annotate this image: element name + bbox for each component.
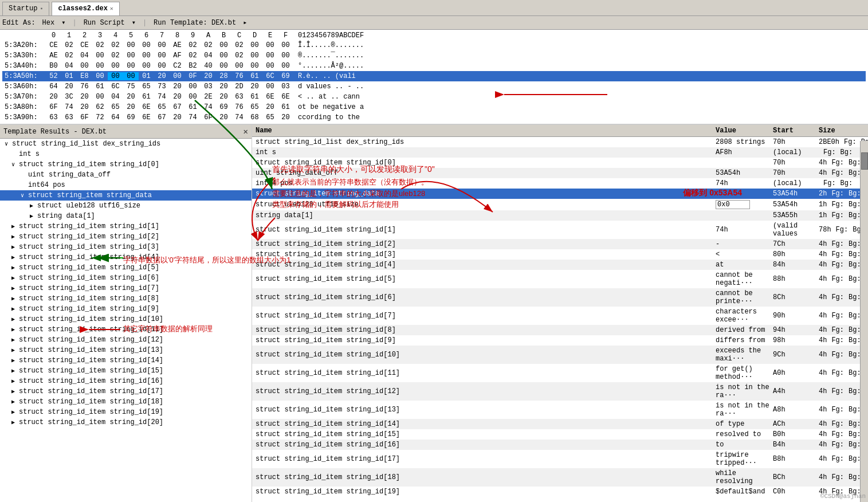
hex-byte-6-8[interactable]: 67 <box>170 103 185 111</box>
menu-run-script[interactable]: Run Script <box>84 19 125 27</box>
hex-byte-4-7[interactable]: 73 <box>154 83 170 91</box>
hex-byte-7-8[interactable]: 20 <box>170 113 185 121</box>
hex-byte-5-7[interactable]: 74 <box>154 93 170 101</box>
hex-byte-1-15[interactable]: 00 <box>278 52 293 60</box>
hex-row-4[interactable]: 5:3A60h:642076616C756573200003202D200003… <box>2 81 866 92</box>
hex-byte-5-14[interactable]: 6E <box>262 93 278 101</box>
hex-byte-2-7[interactable]: 00 <box>154 62 170 70</box>
hex-byte-0-0[interactable]: CE <box>46 41 61 49</box>
hex-byte-6-2[interactable]: 20 <box>77 103 92 111</box>
hex-byte-5-13[interactable]: 61 <box>247 93 262 101</box>
tree-item-8[interactable]: ▶struct string_id_item string_id[1] <box>0 221 252 232</box>
template-row-16[interactable]: struct string_id_item string_id[9]differ… <box>252 335 868 346</box>
hex-byte-1-8[interactable]: AF <box>170 52 185 60</box>
tree-item-12[interactable]: ▶struct string_id_item string_id[5] <box>0 262 252 273</box>
hex-byte-3-11[interactable]: 28 <box>216 72 231 80</box>
hex-byte-3-15[interactable]: 69 <box>278 72 293 80</box>
template-row-14[interactable]: struct string_id_item string_id[7]charac… <box>252 307 868 325</box>
hex-byte-0-10[interactable]: 02 <box>201 41 216 49</box>
hex-byte-0-1[interactable]: 02 <box>61 41 77 49</box>
tab-classes2dex[interactable]: classes2.dex ✕ <box>52 2 119 15</box>
hex-byte-7-2[interactable]: 6F <box>77 113 92 121</box>
hex-byte-2-11[interactable]: 00 <box>216 62 231 70</box>
template-row-1[interactable]: int sAF8h(local)Fg:Bg: <box>252 147 868 158</box>
hex-byte-1-7[interactable]: 00 <box>154 52 170 60</box>
hex-byte-3-8[interactable]: 00 <box>170 72 185 80</box>
tree-item-13[interactable]: ▶struct string_id_item string_id[6] <box>0 273 252 283</box>
hex-byte-5-10[interactable]: 2E <box>201 93 216 101</box>
template-row-20[interactable]: struct string_id_item string_id[13]is no… <box>252 401 868 419</box>
hex-byte-3-1[interactable]: 01 <box>61 72 77 80</box>
hex-byte-4-1[interactable]: 20 <box>61 83 77 91</box>
hex-byte-4-5[interactable]: 75 <box>123 83 139 91</box>
hex-byte-6-6[interactable]: 6E <box>139 103 154 111</box>
template-row-12[interactable]: struct string_id_item string_id[5]cannot… <box>252 270 868 288</box>
hex-byte-0-3[interactable]: 02 <box>92 41 108 49</box>
template-row-26[interactable]: struct string_id_item string_id[19]$defa… <box>252 487 868 497</box>
template-row-2[interactable]: struct string_id_item string_id[0]70h4hF… <box>252 158 868 168</box>
template-row-9[interactable]: struct string_id_item string_id[2]-7Ch4h… <box>252 239 868 249</box>
template-row-18[interactable]: struct string_id_item string_id[11]for g… <box>252 364 868 382</box>
template-row-4[interactable]: int64 pos74h(local)Fg:Bg: <box>252 178 868 189</box>
hex-byte-3-9[interactable]: 0F <box>185 72 201 80</box>
tree-item-18[interactable]: ▶struct string_id_item string_id[11] <box>0 324 252 335</box>
hex-byte-2-8[interactable]: C2 <box>170 62 185 70</box>
tree-item-2[interactable]: ∨struct string_id_item string_id[0] <box>0 159 252 170</box>
hex-byte-2-12[interactable]: 00 <box>231 62 247 70</box>
hex-byte-7-5[interactable]: 69 <box>123 113 139 121</box>
hex-byte-4-4[interactable]: 6C <box>108 83 123 91</box>
hex-byte-4-0[interactable]: 64 <box>46 83 61 91</box>
hex-byte-3-5[interactable]: 00 <box>123 72 139 80</box>
hex-byte-1-3[interactable]: 00 <box>92 52 108 60</box>
hex-byte-4-8[interactable]: 20 <box>170 83 185 91</box>
hex-byte-0-6[interactable]: 00 <box>139 41 154 49</box>
hex-byte-4-11[interactable]: 20 <box>216 83 231 91</box>
tree-item-20[interactable]: ▶struct string_id_item string_id[13] <box>0 345 252 355</box>
hex-byte-5-1[interactable]: 3C <box>61 93 77 101</box>
tab-classes2dex-close[interactable]: ✕ <box>110 5 113 12</box>
hex-byte-2-15[interactable]: 00 <box>278 62 293 70</box>
hex-byte-6-11[interactable]: 69 <box>216 103 231 111</box>
hex-byte-1-11[interactable]: 00 <box>216 52 231 60</box>
hex-byte-4-15[interactable]: 03 <box>278 83 293 91</box>
hex-byte-5-15[interactable]: 6E <box>278 93 293 101</box>
template-row-5[interactable]: struct string_item string_data53A54h2hFg… <box>252 189 868 199</box>
hex-byte-0-14[interactable]: 00 <box>262 41 278 49</box>
hex-byte-7-3[interactable]: 72 <box>92 113 108 121</box>
tree-item-3[interactable]: uint string_data_off <box>0 170 252 180</box>
hex-byte-6-9[interactable]: 61 <box>185 103 201 111</box>
hex-byte-1-14[interactable]: 00 <box>262 52 278 60</box>
hex-row-2[interactable]: 5:3A40h:B004000000000000C2B2400000000000… <box>2 61 866 71</box>
hex-byte-5-5[interactable]: 20 <box>123 93 139 101</box>
hex-byte-1-9[interactable]: 02 <box>185 52 201 60</box>
hex-row-5[interactable]: 5:3A70h:203C20000420617420002E2063616E6E… <box>2 92 866 102</box>
tree-item-26[interactable]: ▶struct string_id_item string_id[19] <box>0 407 252 417</box>
hex-byte-2-10[interactable]: 40 <box>201 62 216 70</box>
tree-item-22[interactable]: ▶struct string_id_item string_id[15] <box>0 366 252 376</box>
hex-row-6[interactable]: 5:3A80h:6F74206265206E656761746976652061… <box>2 102 866 112</box>
hex-byte-4-13[interactable]: 20 <box>247 83 262 91</box>
hex-row-7[interactable]: 5:3A90h:63636F7264696E6720746F2074686520… <box>2 112 866 123</box>
tree-item-0[interactable]: ∨struct string_id_list dex_string_ids <box>0 139 252 149</box>
hex-byte-3-6[interactable]: 01 <box>139 72 154 80</box>
template-value-6[interactable] <box>716 200 773 209</box>
hex-byte-4-6[interactable]: 65 <box>139 83 154 91</box>
template-row-11[interactable]: struct string_id_item string_id[4]at84h4… <box>252 260 868 270</box>
hex-byte-7-9[interactable]: 74 <box>185 113 201 121</box>
tree-item-17[interactable]: ▶struct string_id_item string_id[10] <box>0 314 252 324</box>
hex-byte-6-0[interactable]: 6F <box>46 103 61 111</box>
hex-byte-1-13[interactable]: 00 <box>247 52 262 60</box>
tree-item-19[interactable]: ▶struct string_id_item string_id[12] <box>0 335 252 345</box>
template-row-22[interactable]: struct string_id_item string_id[15]resol… <box>252 429 868 440</box>
tree-item-11[interactable]: ▶struct string_id_item string_id[4] <box>0 252 252 262</box>
hex-byte-7-15[interactable]: 20 <box>278 113 293 121</box>
hex-byte-4-10[interactable]: 03 <box>201 83 216 91</box>
template-row-6[interactable]: struct uleb128 utf16_size53A54h1hFg:Bg: <box>252 199 868 210</box>
hex-byte-2-5[interactable]: 00 <box>123 62 139 70</box>
tree-item-5[interactable]: ∨struct string_item string_data <box>0 190 252 201</box>
template-row-10[interactable]: struct string_id_item string_id[3]<80h4h… <box>252 249 868 260</box>
hex-byte-1-12[interactable]: 02 <box>231 52 247 60</box>
hex-byte-5-12[interactable]: 63 <box>231 93 247 101</box>
hex-byte-2-3[interactable]: 00 <box>92 62 108 70</box>
hex-byte-0-8[interactable]: AE <box>170 41 185 49</box>
